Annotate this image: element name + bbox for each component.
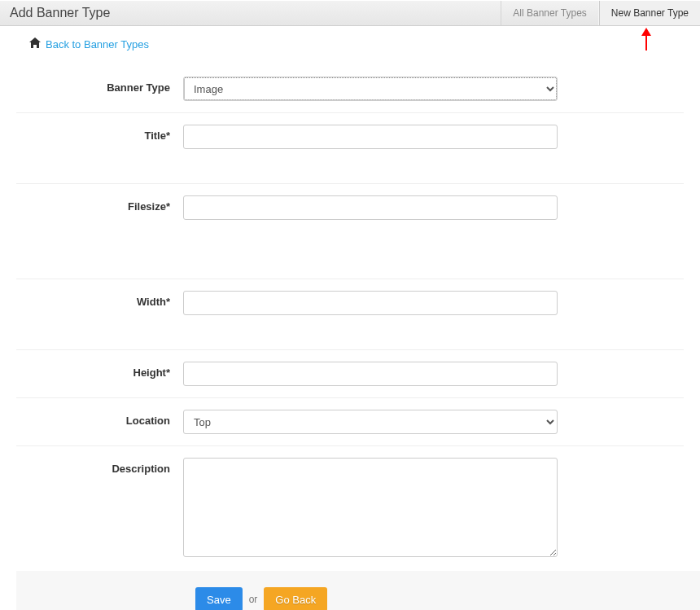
width-field[interactable] — [183, 291, 558, 315]
content-area: Back to Banner Types Banner Type Image T… — [0, 26, 700, 571]
tab-all-banner-types[interactable]: All Banner Types — [501, 1, 599, 25]
description-field[interactable] — [183, 458, 558, 557]
row-banner-type: Banner Type Image — [16, 65, 684, 113]
form-footer: Save or Go Back — [16, 571, 700, 610]
back-to-banner-types-link[interactable]: Back to Banner Types — [29, 37, 149, 50]
row-width: Width* — [16, 279, 684, 350]
label-filesize: Filesize* — [16, 195, 183, 213]
row-height: Height* — [16, 350, 684, 398]
row-filesize: Filesize* — [16, 184, 684, 279]
form: Banner Type Image Title* Filesize* Width… — [16, 65, 684, 571]
label-location: Location — [16, 410, 183, 427]
row-description: Description — [16, 446, 684, 571]
save-button[interactable]: Save — [195, 587, 243, 610]
or-text: or — [249, 594, 258, 605]
label-description: Description — [16, 458, 183, 475]
location-select[interactable]: Top — [183, 410, 558, 434]
filesize-field[interactable] — [183, 195, 558, 220]
label-banner-type: Banner Type — [16, 77, 183, 94]
row-location: Location Top — [16, 398, 684, 446]
height-field[interactable] — [183, 362, 558, 386]
label-title: Title* — [16, 125, 183, 142]
go-back-button[interactable]: Go Back — [264, 587, 327, 610]
tab-new-banner-type[interactable]: New Banner Type — [599, 1, 700, 25]
page-title: Add Banner Type — [0, 1, 501, 25]
title-field[interactable] — [183, 125, 558, 149]
back-link-label: Back to Banner Types — [46, 38, 149, 50]
page-header: Add Banner Type All Banner Types New Ban… — [0, 0, 700, 26]
row-title: Title* — [16, 113, 684, 184]
label-width: Width* — [16, 291, 183, 308]
banner-type-select[interactable]: Image — [183, 77, 558, 101]
label-height: Height* — [16, 362, 183, 379]
home-icon — [29, 37, 41, 50]
